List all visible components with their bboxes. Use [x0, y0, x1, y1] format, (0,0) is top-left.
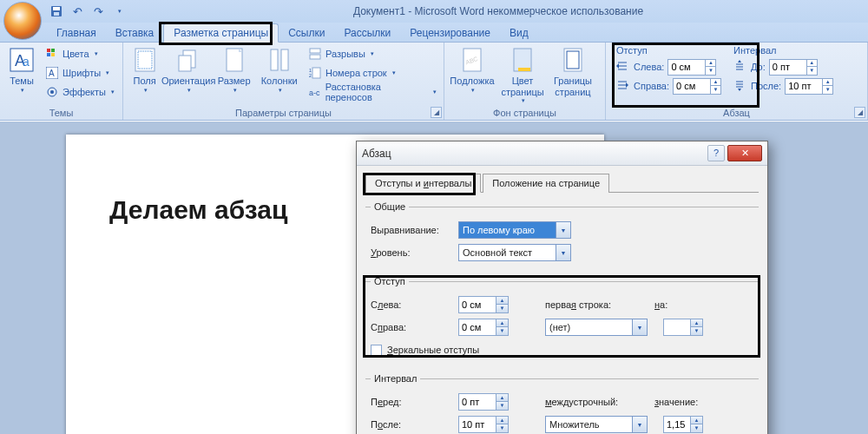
tab-home[interactable]: Главная [47, 24, 106, 42]
alignment-select[interactable]: По левому краю▼ [458, 221, 571, 239]
size-icon [220, 46, 248, 74]
theme-effects-button[interactable]: Эффекты [42, 82, 118, 102]
svg-rect-21 [310, 49, 320, 53]
first-line-value-spinner[interactable]: ▲▼ [663, 319, 703, 336]
office-button[interactable] [3, 2, 42, 40]
svg-rect-30 [518, 68, 530, 71]
theme-colors-button[interactable]: Цвета [42, 44, 118, 63]
svg-point-13 [50, 90, 54, 94]
dropdown-icon: ▼ [632, 417, 647, 432]
watermark-button[interactable]: ABCПодложка [448, 44, 496, 95]
dialog-title: Абзац [362, 148, 707, 160]
margins-button[interactable]: Поля [127, 44, 162, 95]
dlg-before-spinner[interactable]: ▲▼ [458, 393, 509, 411]
indent-right-icon [616, 79, 630, 93]
margins-icon [131, 46, 159, 74]
indent-right-spinner[interactable]: ▲▼ [673, 78, 721, 95]
ls-value-spinner[interactable]: ▲▼ [663, 416, 703, 433]
svg-text:A: A [49, 69, 55, 78]
svg-text:a: a [23, 55, 30, 69]
space-after-spinner[interactable]: ▲▼ [785, 78, 833, 95]
paragraph-dialog: Абзац ? ✕ Отступы и интервалы Положение … [356, 141, 768, 434]
line-spacing-select[interactable]: Множитель▼ [545, 416, 648, 433]
breaks-button[interactable]: Разрывы [305, 44, 440, 63]
columns-button[interactable]: Колонки [255, 44, 303, 95]
tab-insert[interactable]: Вставка [106, 24, 164, 42]
breaks-icon [308, 47, 322, 61]
dialog-close-button[interactable]: ✕ [727, 145, 762, 161]
tab-mailings[interactable]: Рассылки [334, 24, 400, 42]
page-setup-launcher[interactable]: ◢ [431, 107, 442, 118]
svg-rect-19 [271, 49, 278, 70]
dlg-right-label: Справа: [371, 322, 453, 332]
dlg-after-spinner[interactable]: ▲▼ [458, 416, 509, 433]
tab-review[interactable]: Рецензирование [400, 24, 500, 42]
orientation-icon [174, 46, 202, 74]
dropdown-icon: ▼ [632, 319, 647, 335]
dlg-left-spinner[interactable]: ▲▼ [458, 296, 509, 313]
dialog-tab-position[interactable]: Положение на странице [483, 174, 609, 193]
fieldset-general: Общие Выравнивание: По левому краю▼ Уров… [365, 201, 759, 267]
page-borders-button[interactable]: Границы страниц [549, 44, 597, 99]
group-label-page-setup: Параметры страницы [127, 107, 440, 120]
ribbon: Aa Темы Цвета AШрифты Эффекты Темы Поля … [0, 43, 868, 121]
space-after-label: После: [751, 81, 781, 91]
svg-text:a-c: a-c [309, 89, 320, 97]
effects-icon [45, 85, 59, 99]
themes-button[interactable]: Aa Темы [3, 44, 40, 95]
qat-customize[interactable] [109, 2, 128, 21]
qat-save-icon[interactable] [47, 2, 66, 21]
line-numbers-icon: 12 [308, 66, 322, 80]
tab-view[interactable]: Вид [500, 24, 538, 42]
dlg-right-spinner[interactable]: ▲▼ [458, 319, 509, 336]
fieldset-indent: Отступ Слева: ▲▼ первая строка: на: Спра… [365, 276, 759, 365]
colors-icon [45, 47, 59, 61]
dropdown-icon: ▼ [556, 222, 570, 238]
dialog-tab-indents[interactable]: Отступы и интервалы [365, 174, 481, 193]
indent-left-label: Слева: [634, 62, 664, 72]
dialog-titlebar[interactable]: Абзац ? ✕ [357, 141, 767, 166]
qat-undo-icon[interactable]: ↶ [68, 2, 87, 21]
svg-rect-8 [47, 53, 50, 56]
size-button[interactable]: Размер [214, 44, 253, 95]
space-after-icon [733, 79, 747, 93]
group-label-themes: Темы [3, 107, 119, 120]
alignment-label: Выравнивание: [371, 225, 453, 235]
tab-references[interactable]: Ссылки [279, 24, 334, 42]
hyphenation-button[interactable]: a-cРасстановка переносов [305, 82, 440, 102]
paragraph-launcher[interactable]: ◢ [854, 107, 865, 118]
svg-rect-9 [51, 53, 55, 56]
svg-rect-6 [47, 49, 50, 52]
svg-rect-20 [281, 49, 288, 70]
theme-fonts-button[interactable]: AШрифты [42, 63, 118, 82]
svg-rect-2 [54, 12, 59, 16]
ribbon-tabs: Главная Вставка Разметка страницы Ссылки… [0, 23, 868, 43]
svg-text:2: 2 [309, 73, 312, 78]
first-line-label: первая строка: [545, 299, 649, 310]
svg-rect-7 [51, 49, 55, 52]
page-borders-icon [559, 46, 587, 74]
orientation-button[interactable]: Ориентация [164, 44, 213, 95]
space-before-spinner[interactable]: ▲▼ [769, 59, 818, 76]
on-label: на: [654, 299, 689, 310]
dlg-before-label: Перед: [371, 397, 453, 407]
svg-rect-23 [312, 68, 320, 78]
line-numbers-button[interactable]: 12Номера строк [305, 63, 440, 82]
space-before-icon [733, 60, 747, 74]
window-title: Документ1 - Microsoft Word некоммерческо… [128, 5, 868, 17]
dialog-help-button[interactable]: ? [707, 145, 725, 161]
space-before-label: До: [751, 62, 766, 72]
svg-rect-1 [53, 7, 60, 10]
fonts-icon: A [45, 66, 59, 80]
page-color-button[interactable]: Цвет страницы [498, 44, 547, 106]
mirror-checkbox[interactable] [371, 345, 382, 356]
value-label: значение: [654, 397, 707, 407]
level-select[interactable]: Основной текст▼ [458, 244, 571, 261]
tab-page-layout[interactable]: Разметка страницы [163, 23, 279, 43]
mirror-label: Зеркальные отступы [387, 345, 479, 355]
indent-left-spinner[interactable]: ▲▼ [667, 59, 716, 76]
line-spacing-label: междустрочный: [545, 397, 649, 407]
qat-redo-icon[interactable]: ↷ [89, 2, 108, 21]
hyphenation-icon: a-c [308, 85, 322, 99]
first-line-select[interactable]: (нет)▼ [545, 319, 648, 336]
